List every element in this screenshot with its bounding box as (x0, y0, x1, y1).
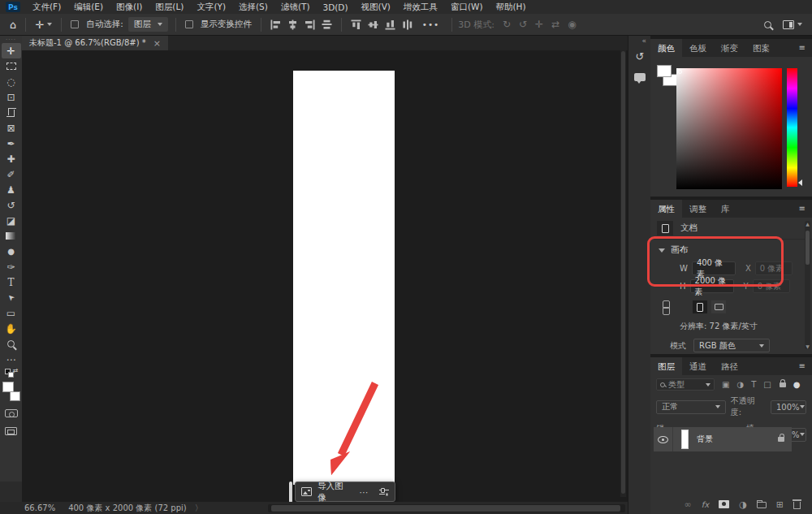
tab-swatches[interactable]: 色板 (682, 39, 714, 57)
panel-menu-icon[interactable]: ≡ (799, 357, 812, 375)
align-middle-icon[interactable] (368, 19, 378, 30)
tool-blur[interactable]: ● (2, 244, 21, 259)
scrollbar-thumb[interactable] (271, 505, 620, 512)
tool-rectangular-marquee[interactable] (2, 58, 21, 74)
expand-panels-icon[interactable]: « (641, 37, 646, 45)
mode-dropdown[interactable]: RGB 颜色 (693, 339, 770, 352)
filter-locked-layers-icon[interactable] (780, 382, 786, 387)
scrollbar-thumb[interactable] (621, 51, 625, 494)
delete-layer-icon[interactable] (793, 502, 801, 509)
comments-panel-button[interactable] (628, 67, 651, 88)
tool-object-selection[interactable]: ⊡ (2, 89, 21, 105)
tool-history-brush[interactable]: ↺ (2, 197, 21, 213)
canvas-horizontal-scrollbar[interactable] (268, 504, 625, 512)
y-input[interactable]: 0 像素 (753, 279, 790, 293)
tab-libraries[interactable]: 库 (714, 200, 737, 218)
quick-mask-button[interactable] (5, 409, 18, 417)
menu-file[interactable]: 文件(F) (26, 2, 67, 13)
search-icon[interactable] (764, 21, 771, 28)
foreground-color-swatch[interactable] (657, 65, 672, 77)
color-swatches[interactable] (2, 382, 20, 401)
tab-gradients[interactable]: 渐变 (714, 39, 745, 57)
tool-hand[interactable]: ✋ (2, 321, 21, 336)
tool-gradient[interactable] (2, 228, 21, 244)
menu-view[interactable]: 视图(V) (355, 2, 397, 13)
tab-adjustments[interactable]: 调整 (682, 200, 714, 218)
distribute-horizontal-icon[interactable] (322, 19, 332, 30)
layer-locked-icon[interactable] (778, 437, 784, 442)
home-button[interactable]: ⌂ (6, 19, 19, 31)
scrollbar-thumb[interactable] (806, 231, 810, 265)
menu-select[interactable]: 选择(S) (232, 2, 274, 13)
history-panel-button[interactable]: ↺ (628, 45, 651, 67)
close-tab-icon[interactable]: × (153, 38, 161, 49)
panel-menu-icon[interactable]: ≡ (799, 39, 812, 57)
more-align-options-button[interactable]: ••• (422, 19, 440, 29)
scroll-up-icon[interactable]: ▲ (805, 221, 810, 227)
tool-eraser[interactable]: ◪ (2, 213, 21, 228)
taskbar-more-button[interactable]: ⋯ (360, 487, 369, 497)
portrait-orientation-button[interactable] (693, 300, 707, 313)
distribute-vertical-icon[interactable] (402, 19, 412, 30)
menu-window[interactable]: 窗口(W) (444, 2, 490, 13)
document-canvas[interactable] (293, 71, 395, 485)
layer-visibility-toggle[interactable] (654, 427, 673, 451)
status-options-arrow[interactable]: 〉 (195, 503, 203, 514)
align-center-horizontal-icon[interactable] (287, 19, 298, 30)
menu-filter[interactable]: 滤镜(T) (274, 2, 317, 13)
new-group-icon[interactable] (757, 502, 767, 508)
layer-thumbnail[interactable] (681, 430, 689, 449)
tool-frame[interactable]: ⊠ (2, 120, 21, 136)
hue-slider[interactable] (787, 68, 797, 187)
panel-menu-icon[interactable]: ≡ (799, 200, 812, 218)
tool-eyedropper[interactable]: ✒ (2, 136, 21, 151)
link-dimensions-icon[interactable] (663, 300, 669, 315)
align-left-icon[interactable] (270, 19, 281, 30)
auto-select-target-dropdown[interactable]: 图层 (128, 17, 168, 32)
tool-clone-stamp[interactable]: ♟ (2, 182, 21, 197)
saturation-brightness-field[interactable] (676, 68, 782, 189)
move-tool-preset[interactable]: ✛ (32, 19, 55, 31)
tool-more[interactable]: ⋯ (2, 352, 21, 367)
tool-type[interactable]: T (2, 274, 21, 290)
opacity-input[interactable]: 100% (771, 400, 806, 414)
tool-pen[interactable]: ✑ (2, 259, 21, 274)
menu-image[interactable]: 图像(I) (110, 2, 149, 13)
document-icon-button[interactable] (657, 221, 673, 235)
workspace-switcher-button[interactable] (783, 20, 802, 29)
menu-help[interactable]: 帮助(H) (490, 2, 533, 13)
menu-edit[interactable]: 编辑(E) (67, 2, 110, 13)
default-colors-button[interactable]: ⇄ (5, 369, 18, 379)
taskbar-properties-icon[interactable] (379, 488, 389, 496)
screen-mode-button[interactable] (5, 427, 17, 435)
tab-layers[interactable]: 图层 (650, 357, 682, 375)
auto-select-checkbox[interactable]: 自动选择: (67, 19, 127, 30)
document-tab[interactable]: 未标题-1 @ 66.7%(RGB/8#) * × (22, 36, 168, 50)
menu-type[interactable]: 文字(Y) (190, 2, 232, 13)
new-adjustment-layer-icon[interactable]: ◑ (739, 499, 747, 510)
hue-slider-marker[interactable] (798, 179, 802, 186)
filter-toggle-icon[interactable]: ● (793, 380, 801, 389)
filter-type-dropdown[interactable]: 类型 (656, 378, 715, 391)
tool-brush[interactable]: ✐ (2, 166, 21, 182)
height-input[interactable]: 2000 像素 (690, 279, 734, 293)
menu-layer[interactable]: 图层(L) (149, 2, 190, 13)
tool-rectangle[interactable]: ▭ (2, 305, 21, 321)
contextual-taskbar-handle[interactable] (289, 482, 292, 502)
canvas-vertical-scrollbar[interactable] (620, 50, 626, 497)
filter-adjustment-layers-icon[interactable]: ◑ (736, 380, 744, 389)
tab-properties[interactable]: 属性 (650, 200, 682, 218)
align-right-icon[interactable] (304, 19, 315, 30)
tool-spot-healing[interactable]: ✚ (2, 151, 21, 166)
show-transform-checkbox[interactable]: 显示变换控件 (182, 19, 255, 30)
tool-zoom[interactable] (2, 336, 21, 352)
canvas-section-header[interactable]: 画布 (650, 241, 812, 257)
background-color-swatch[interactable] (10, 391, 20, 401)
import-image-button[interactable]: 导入图像 (317, 481, 349, 503)
tab-color[interactable]: 颜色 (650, 39, 682, 57)
landscape-orientation-button[interactable] (711, 300, 726, 313)
add-layer-mask-icon[interactable] (719, 500, 729, 508)
align-bottom-icon[interactable] (385, 19, 395, 30)
scroll-down-icon[interactable]: ▼ (805, 343, 810, 349)
filter-shape-layers-icon[interactable]: □ (763, 380, 771, 389)
